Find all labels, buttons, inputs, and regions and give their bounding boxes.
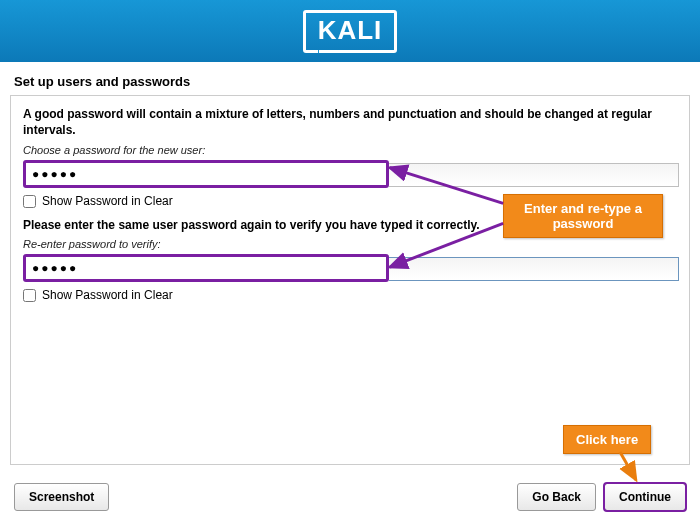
page-title: Set up users and passwords: [0, 62, 700, 95]
callout-password-l1: Enter and re-type a: [524, 201, 642, 216]
intro-text: A good password will contain a mixture o…: [23, 106, 677, 138]
reenter-caption: Re-enter password to verify:: [23, 238, 677, 250]
footer-bar: Screenshot Go Back Continue: [0, 471, 700, 525]
verify-password-input[interactable]: [26, 257, 386, 279]
callout-click-here: Click here: [563, 425, 651, 454]
callout-password-l2: password: [553, 216, 614, 231]
kali-logo: KALI: [303, 10, 398, 53]
verify-password-input-remainder[interactable]: [389, 257, 679, 281]
choose-password-caption: Choose a password for the new user:: [23, 144, 677, 156]
show-verify-password-label: Show Password in Clear: [42, 288, 173, 302]
password-input[interactable]: [26, 163, 386, 185]
main-panel: A good password will contain a mixture o…: [10, 95, 690, 465]
show-password-label: Show Password in Clear: [42, 194, 173, 208]
password-input-remainder[interactable]: [389, 163, 679, 187]
callout-password: Enter and re-type a password: [503, 194, 663, 238]
continue-button[interactable]: Continue: [604, 483, 686, 511]
go-back-button[interactable]: Go Back: [517, 483, 596, 511]
screenshot-button[interactable]: Screenshot: [14, 483, 109, 511]
password-highlight: [23, 160, 389, 188]
verify-password-highlight: [23, 254, 389, 282]
show-verify-password-checkbox[interactable]: [23, 289, 36, 302]
show-password-checkbox[interactable]: [23, 195, 36, 208]
header-banner: KALI: [0, 0, 700, 62]
